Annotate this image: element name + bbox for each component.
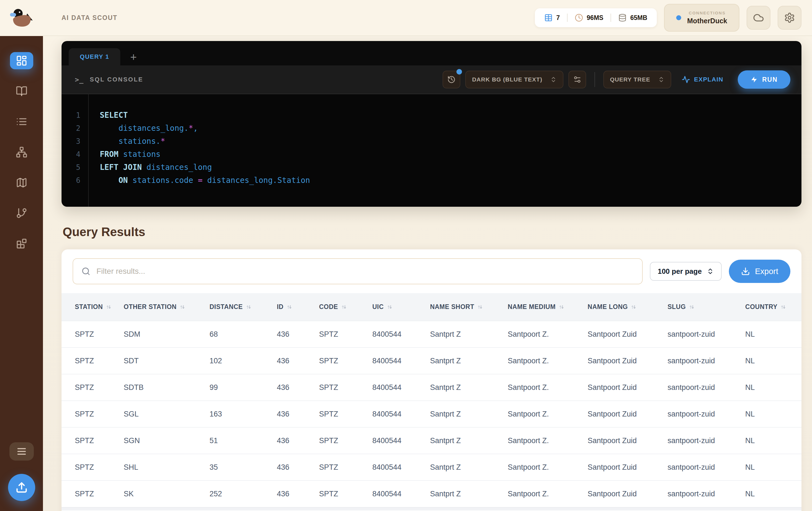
search-icon	[82, 267, 90, 276]
line-number: 4	[61, 150, 88, 159]
divider	[611, 13, 611, 22]
menu-icon	[16, 446, 27, 457]
duck-logo-icon	[8, 7, 35, 29]
table-cell: SPTZ	[61, 347, 124, 374]
connection-info: CONNECTIONS MotherDuck	[687, 10, 727, 25]
column-header-label: OTHER STATION	[124, 303, 177, 310]
code-line: 5LEFT JOIN distances_long	[61, 161, 802, 174]
run-label: RUN	[762, 76, 778, 83]
console-toolbar: >_ SQL CONSOLE DARK BG (BLUE TEXT)	[61, 65, 802, 94]
map-icon	[16, 177, 27, 189]
connections-button[interactable]: CONNECTIONS MotherDuck	[664, 4, 740, 32]
column-header-distance[interactable]: DISTANCE	[209, 293, 277, 321]
book-open-icon	[16, 85, 27, 97]
sort-icon	[558, 304, 564, 310]
sidebar-item-list[interactable]	[10, 113, 33, 130]
column-header-name-medium[interactable]: NAME MEDIUM	[508, 293, 587, 321]
table-cell: Santprt Z	[430, 454, 508, 481]
sort-icon	[341, 304, 347, 310]
filter-box[interactable]	[72, 258, 643, 284]
sidebar-item-map[interactable]	[10, 174, 33, 191]
tab-query-1-label: QUERY 1	[80, 53, 109, 60]
column-header-label: ID	[277, 303, 284, 310]
sidebar-item-blocks[interactable]	[10, 235, 33, 252]
history-badge-dot	[457, 69, 462, 75]
history-button[interactable]	[442, 71, 460, 88]
table-cell: Santpoort Zuid	[587, 454, 667, 481]
column-header-code[interactable]: CODE	[319, 293, 372, 321]
table-cell: 35	[209, 454, 277, 481]
app-logo[interactable]	[0, 0, 43, 36]
table-cell: 252	[209, 481, 277, 507]
tab-query-1[interactable]: QUERY 1	[69, 48, 120, 65]
table-cell: Santpoort Zuid	[587, 321, 667, 347]
line-number: 5	[61, 163, 88, 172]
chevrons-up-down-icon	[550, 76, 557, 83]
column-header-country[interactable]: COUNTRY	[745, 293, 802, 321]
table-cell: NL	[745, 374, 802, 401]
table-cell: 8400544	[372, 454, 430, 481]
chevrons-up-down-icon	[658, 76, 665, 83]
sidebar-item-dashboard[interactable]	[10, 52, 33, 69]
line-number: 6	[61, 176, 88, 184]
download-icon	[741, 267, 750, 276]
code-text: distances_long.*,	[88, 123, 198, 133]
cloud-button[interactable]	[747, 6, 771, 30]
column-header-uic[interactable]: UIC	[372, 293, 430, 321]
sort-icon	[689, 304, 695, 310]
chevrons-up-down-icon	[707, 268, 714, 275]
table-cell: 8400544	[372, 374, 430, 401]
settings-button[interactable]	[778, 6, 802, 30]
column-header-station[interactable]: STATION	[61, 293, 124, 321]
sidebar-item-schema[interactable]	[10, 144, 33, 161]
sql-console-panel: QUERY 1 + >_ SQL CONSOLE DARK BG (BLUE T…	[61, 41, 802, 207]
page-size-select[interactable]: 100 per page	[650, 262, 722, 281]
sort-icon	[631, 304, 637, 310]
results-heading: Query Results	[63, 225, 802, 239]
table-cell: SPTZ	[319, 427, 372, 454]
table-cell: 68	[209, 321, 277, 347]
table-cell: santpoort-zuid	[668, 374, 745, 401]
stat-tables: 7	[544, 13, 560, 22]
view-select[interactable]: QUERY TREE	[603, 71, 671, 88]
list-icon	[16, 116, 27, 127]
column-header-other-station[interactable]: OTHER STATION	[124, 293, 209, 321]
sort-icon	[286, 304, 292, 310]
results-table: STATIONOTHER STATIONDISTANCEIDCODEUICNAM…	[61, 293, 802, 507]
editor-settings-button[interactable]	[569, 71, 586, 88]
code-text: SELECT	[88, 111, 128, 120]
menu-button[interactable]	[9, 442, 34, 460]
network-icon	[16, 146, 27, 158]
table-icon	[544, 13, 553, 22]
run-button[interactable]: RUN	[738, 70, 790, 89]
column-header-slug[interactable]: SLUG	[668, 293, 745, 321]
table-cell: 436	[277, 454, 319, 481]
column-header-name-short[interactable]: NAME SHORT	[430, 293, 508, 321]
table-row: SPTZSDM68436SPTZ8400544Santprt ZSantpoor…	[61, 321, 802, 347]
sidebar-item-catalog[interactable]	[10, 83, 33, 100]
table-cell: 436	[277, 374, 319, 401]
console-toolbar-actions: DARK BG (BLUE TEXT) QUERY TREE EXPLAIN	[442, 70, 790, 89]
sliders-icon	[573, 75, 581, 84]
column-header-id[interactable]: ID	[277, 293, 319, 321]
export-button[interactable]: Export	[729, 260, 790, 283]
column-header-name-long[interactable]: NAME LONG	[587, 293, 667, 321]
history-icon	[447, 75, 456, 84]
explain-button[interactable]: EXPLAIN	[676, 75, 729, 84]
code-text: FROM stations	[88, 150, 161, 159]
filter-input[interactable]	[96, 267, 634, 276]
column-header-label: UIC	[372, 303, 383, 310]
sidebar-rail	[0, 36, 43, 511]
column-header-label: SLUG	[668, 303, 686, 310]
add-tab-button[interactable]: +	[130, 52, 137, 63]
table-cell: SPTZ	[61, 481, 124, 507]
code-text: LEFT JOIN distances_long	[88, 163, 212, 172]
table-cell: SPTZ	[319, 454, 372, 481]
upload-button[interactable]	[8, 474, 35, 501]
layout-dashboard-icon	[16, 55, 27, 66]
theme-select[interactable]: DARK BG (BLUE TEXT)	[465, 71, 563, 88]
sidebar-item-branches[interactable]	[10, 204, 33, 222]
table-cell: Santprt Z	[430, 321, 508, 347]
table-cell: 163	[209, 401, 277, 427]
sql-editor[interactable]: 1SELECT2 distances_long.*,3 stations.*4F…	[61, 94, 802, 207]
